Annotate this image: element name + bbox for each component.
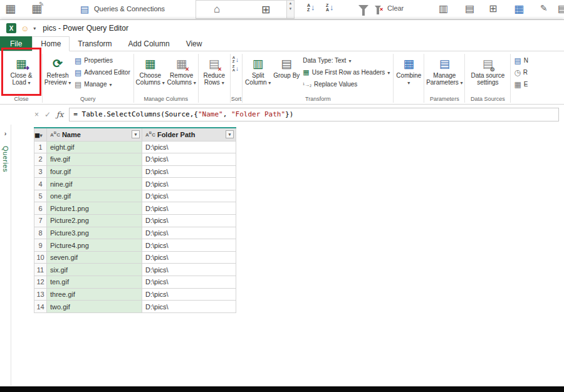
- sort-ascending-button[interactable]: AZ↓: [231, 55, 240, 64]
- remove-duplicates-icon[interactable]: [489, 3, 497, 14]
- cell-name[interactable]: ten.gif: [47, 276, 142, 289]
- cell-name[interactable]: Picture1.png: [47, 202, 142, 215]
- stocks-datatype-icon[interactable]: [214, 3, 220, 16]
- cell-folder-path[interactable]: D:\pics\: [142, 239, 236, 252]
- replace-values-button[interactable]: Replace Values: [300, 78, 392, 90]
- combine-button[interactable]: Combine: [394, 53, 423, 93]
- manage-parameters-button[interactable]: Manage Parameters: [425, 53, 464, 93]
- cell-folder-path[interactable]: D:\pics\: [142, 227, 236, 239]
- cell-folder-path[interactable]: D:\pics\: [142, 264, 236, 276]
- cell-name[interactable]: one.gif: [47, 190, 142, 202]
- cell-name[interactable]: three.gif: [47, 288, 142, 301]
- data-type-button[interactable]: Data Type: Text: [300, 54, 392, 66]
- cell-folder-path[interactable]: D:\pics\: [142, 215, 236, 227]
- gallery-scrollbar[interactable]: ▲▼: [286, 1, 294, 18]
- cell-folder-path[interactable]: D:\pics\: [142, 190, 236, 202]
- cell-name[interactable]: eight.gif: [47, 141, 142, 153]
- advanced-editor-button[interactable]: Advanced Editor: [72, 66, 133, 78]
- cell-name[interactable]: six.gif: [47, 264, 142, 276]
- row-number[interactable]: 8: [34, 227, 47, 239]
- row-number[interactable]: 2: [34, 153, 47, 166]
- cell-name[interactable]: four.gif: [47, 165, 142, 178]
- column-header-name[interactable]: ABC Name ▾: [47, 128, 142, 141]
- recent-sources-button[interactable]: R: [511, 66, 531, 78]
- cell-folder-path[interactable]: D:\pics\: [142, 276, 236, 289]
- row-number[interactable]: 13: [34, 288, 47, 301]
- filter-dropdown-button[interactable]: ▾: [132, 130, 140, 138]
- cell-folder-path[interactable]: D:\pics\: [142, 202, 236, 215]
- row-number[interactable]: 10: [34, 251, 47, 264]
- flash-fill-icon[interactable]: [465, 3, 474, 14]
- column-header-folder-path[interactable]: ABC Folder Path ▾: [142, 128, 236, 141]
- tab-view[interactable]: View: [178, 36, 211, 51]
- text-to-columns-icon[interactable]: [439, 3, 448, 14]
- tab-add-column[interactable]: Add Column: [120, 36, 178, 51]
- group-label-reduce-rows: [199, 95, 229, 104]
- remove-columns-button[interactable]: × Remove Columns: [166, 53, 197, 93]
- sort-descending-button[interactable]: ZA↓: [231, 64, 240, 73]
- row-number[interactable]: 1: [34, 141, 47, 153]
- row-number[interactable]: 3: [34, 165, 47, 178]
- split-column-button[interactable]: Split Column: [243, 53, 273, 93]
- refresh-preview-button[interactable]: Refresh Preview: [43, 53, 72, 93]
- cell-folder-path[interactable]: D:\pics\: [142, 288, 236, 301]
- cell-folder-path[interactable]: D:\pics\: [142, 165, 236, 178]
- cell-name[interactable]: five.gif: [47, 153, 142, 166]
- cell-name[interactable]: seven.gif: [47, 251, 142, 264]
- cell-folder-path[interactable]: D:\pics\: [142, 251, 236, 264]
- group-by-button[interactable]: Group By: [273, 53, 300, 93]
- close-and-load-button[interactable]: ➜ Close & Load: [3, 53, 39, 93]
- cell-name[interactable]: two.gif: [47, 301, 142, 313]
- use-first-row-as-headers-button[interactable]: Use First Row as Headers: [300, 66, 392, 78]
- quick-access-caret-icon[interactable]: ▾: [33, 26, 36, 31]
- sort-za-icon[interactable]: ZA↓: [326, 3, 334, 12]
- row-number[interactable]: 6: [34, 202, 47, 215]
- choose-columns-button[interactable]: Choose Columns: [135, 53, 166, 93]
- row-number[interactable]: 4: [34, 178, 47, 190]
- row-number[interactable]: 9: [34, 239, 47, 252]
- queries-connections-label[interactable]: Queries & Connections: [94, 5, 165, 13]
- row-number[interactable]: 12: [34, 276, 47, 289]
- table-menu-button[interactable]: [34, 128, 47, 141]
- reduce-rows-button[interactable]: × Reduce Rows: [199, 53, 229, 93]
- cell-name[interactable]: Picture2.png: [47, 215, 142, 227]
- cancel-formula-icon[interactable]: ×: [34, 110, 39, 119]
- row-number[interactable]: 11: [34, 264, 47, 276]
- enter-data-button[interactable]: E: [511, 78, 531, 90]
- commit-formula-icon[interactable]: ✓: [44, 110, 51, 119]
- data-types-gallery[interactable]: ▲▼: [196, 0, 295, 19]
- filter-dropdown-button[interactable]: ▾: [226, 130, 234, 138]
- queries-connections-icon[interactable]: [80, 4, 89, 15]
- cell-folder-path[interactable]: D:\pics\: [142, 301, 236, 313]
- cell-folder-path[interactable]: D:\pics\: [142, 153, 236, 166]
- cell-folder-path[interactable]: D:\pics\: [142, 141, 236, 153]
- sort-az-icon[interactable]: AZ↓: [307, 3, 315, 12]
- cell-name[interactable]: Picture4.png: [47, 239, 142, 252]
- data-source-settings-button[interactable]: ⚙ Data source settings: [466, 53, 509, 93]
- clipped-right-icon[interactable]: [558, 3, 564, 14]
- geography-datatype-icon[interactable]: [261, 3, 270, 16]
- formula-input[interactable]: = Table.SelectColumns(Source,{"Name", "F…: [69, 108, 559, 121]
- queries-pane[interactable]: Queries: [0, 125, 11, 386]
- filter-funnel-icon[interactable]: [358, 5, 368, 11]
- cell-name[interactable]: nine.gif: [47, 178, 142, 190]
- cell-folder-path[interactable]: D:\pics\: [142, 178, 236, 190]
- fx-icon[interactable]: ƒx: [56, 110, 63, 119]
- tab-home[interactable]: Home: [32, 36, 70, 51]
- row-number[interactable]: 14: [34, 301, 47, 313]
- expand-pane-chevron-icon[interactable]: [4, 130, 7, 137]
- feedback-smiley-icon[interactable]: [21, 24, 29, 33]
- properties-button[interactable]: Properties: [72, 54, 133, 66]
- consolidate-icon[interactable]: [540, 3, 548, 13]
- group-close: ➜ Close & Load Close: [1, 53, 41, 104]
- row-number[interactable]: 7: [34, 215, 47, 227]
- clear-filter-label[interactable]: Clear: [387, 4, 404, 12]
- tab-file[interactable]: File: [0, 36, 32, 51]
- cell-name[interactable]: Picture3.png: [47, 227, 142, 239]
- tab-transform[interactable]: Transform: [70, 36, 120, 51]
- group-sort: AZ↓ ZA↓ Sort: [231, 53, 242, 104]
- manage-button[interactable]: Manage: [72, 78, 133, 90]
- new-source-button[interactable]: N: [511, 54, 531, 66]
- data-validation-icon[interactable]: [514, 3, 524, 16]
- row-number[interactable]: 5: [34, 190, 47, 202]
